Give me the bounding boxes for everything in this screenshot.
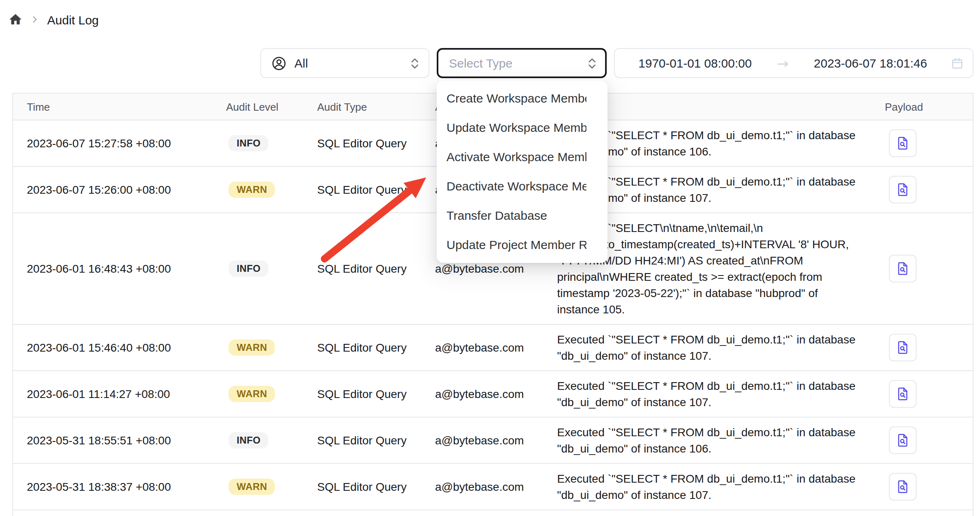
audit-time: 2023-05-31 18:55:51 +08:00 xyxy=(13,434,226,447)
date-range-end[interactable]: 2023-06-07 18:01:46 xyxy=(790,56,951,70)
audit-level-badge: WARN xyxy=(229,479,275,495)
audit-actor: a@bytebase.com xyxy=(435,434,557,447)
audit-level-badge: WARN xyxy=(229,339,275,356)
dropdown-option[interactable]: Update Project Member Role xyxy=(437,230,586,260)
payload-cell xyxy=(874,129,973,157)
audit-level-cell: WARN xyxy=(226,181,317,198)
audit-actor: a@bytebase.com xyxy=(435,387,557,400)
arrow-right-icon: → xyxy=(775,55,791,71)
audit-comment: Executed `"SELECT * FROM db_ui_demo.t1;"… xyxy=(557,464,874,509)
breadcrumb-current: Audit Log xyxy=(47,13,99,26)
dropdown-option[interactable]: Deactivate Workspace Member xyxy=(437,172,586,201)
table-row: 2023-05-31 18:38:37 +08:00 WARN SQL Edit… xyxy=(13,464,973,510)
user-circle-icon xyxy=(271,55,287,71)
view-payload-button[interactable] xyxy=(889,473,917,501)
audit-comment: Executed `"SELECT * FROM db_ui_demo.t1;"… xyxy=(557,325,874,370)
audit-level-badge: INFO xyxy=(229,432,269,448)
audit-type: SQL Editor Query xyxy=(317,434,435,447)
audit-time: 2023-06-01 16:48:43 +08:00 xyxy=(13,262,226,275)
audit-time: 2023-06-07 15:27:58 +08:00 xyxy=(13,137,226,150)
type-filter-select[interactable]: Select Type xyxy=(437,48,607,78)
table-row: 2023-06-01 11:14:27 +08:00 WARN SQL Edit… xyxy=(13,371,973,418)
payload-cell xyxy=(874,176,973,203)
document-search-icon xyxy=(895,135,911,151)
payload-cell xyxy=(874,380,973,408)
audit-level-cell: INFO xyxy=(226,432,317,448)
calendar-icon xyxy=(951,57,964,70)
audit-level-cell: WARN xyxy=(226,386,317,402)
audit-level-badge: WARN xyxy=(229,386,275,402)
audit-level-badge: WARN xyxy=(229,181,275,198)
date-range-picker[interactable]: 1970-01-01 08:00:00 → 2023-06-07 18:01:4… xyxy=(614,48,973,78)
column-header-payload: Payload xyxy=(874,101,973,113)
audit-time: 2023-06-01 15:46:40 +08:00 xyxy=(13,341,226,354)
payload-cell xyxy=(874,255,973,282)
audit-level-cell: WARN xyxy=(226,339,317,356)
document-search-icon xyxy=(895,479,911,495)
view-payload-button[interactable] xyxy=(889,334,917,361)
audit-type: SQL Editor Query xyxy=(317,262,435,275)
view-payload-button[interactable] xyxy=(889,255,917,282)
audit-level-cell: INFO xyxy=(226,260,317,277)
document-search-icon xyxy=(895,432,911,448)
audit-level-badge: INFO xyxy=(229,135,269,151)
audit-type: SQL Editor Query xyxy=(317,480,435,493)
chevron-updown-icon xyxy=(409,57,420,70)
document-search-icon xyxy=(895,181,911,198)
table-row: 2023-05-31 18:55:51 +08:00 INFO SQL Edit… xyxy=(13,418,973,464)
payload-cell xyxy=(874,426,973,454)
date-range-start[interactable]: 1970-01-01 08:00:00 xyxy=(615,56,775,70)
audit-time: 2023-05-31 18:38:37 +08:00 xyxy=(13,480,226,493)
type-dropdown-menu: Create Workspace MemberUpdate Workspace … xyxy=(437,81,608,263)
document-search-icon xyxy=(895,339,911,356)
audit-level-cell: WARN xyxy=(226,479,317,495)
document-search-icon xyxy=(895,260,911,277)
view-payload-button[interactable] xyxy=(889,176,917,203)
audit-time: 2023-06-01 11:14:27 +08:00 xyxy=(13,387,226,400)
dropdown-option[interactable]: Create Workspace Member xyxy=(437,84,586,113)
audit-comment: Executed `"SELECT * FROM db_ui_demo.t1;"… xyxy=(557,371,874,417)
audit-time: 2023-06-07 15:26:00 +08:00 xyxy=(13,183,226,196)
column-header-level: Audit Level xyxy=(226,101,317,113)
view-payload-button[interactable] xyxy=(889,426,917,454)
actor-filter-value: All xyxy=(294,56,402,70)
actor-filter-select[interactable]: All xyxy=(260,48,429,78)
audit-level-badge: INFO xyxy=(229,260,269,277)
view-payload-button[interactable] xyxy=(889,129,917,157)
dropdown-option[interactable]: Activate Workspace Member xyxy=(437,142,586,172)
audit-actor: a@bytebase.com xyxy=(435,480,557,493)
column-header-type: Audit Type xyxy=(317,101,435,113)
audit-actor: a@bytebase.com xyxy=(435,262,557,275)
audit-type: SQL Editor Query xyxy=(317,387,435,400)
audit-log-page: Audit Log All Select Type 1970-01-01 08:… xyxy=(0,0,980,516)
document-search-icon xyxy=(895,386,911,402)
audit-type: SQL Editor Query xyxy=(317,341,435,354)
type-filter-placeholder: Select Type xyxy=(449,56,586,70)
column-header-time: Time xyxy=(13,101,226,113)
chevron-updown-icon xyxy=(586,57,598,70)
audit-type: SQL Editor Query xyxy=(317,137,435,150)
breadcrumb: Audit Log xyxy=(8,9,99,30)
table-row: 2023-06-01 15:46:40 +08:00 WARN SQL Edit… xyxy=(13,325,973,371)
payload-cell xyxy=(874,334,973,361)
audit-comment: Executed `"SELECT * FROM db_ui_demo.t1;"… xyxy=(557,418,874,463)
audit-type: SQL Editor Query xyxy=(317,183,435,196)
chevron-right-icon xyxy=(30,15,40,24)
dropdown-option[interactable]: Transfer Database xyxy=(437,201,586,230)
audit-actor: a@bytebase.com xyxy=(435,341,557,354)
dropdown-option[interactable]: Update Workspace Member xyxy=(437,113,586,142)
view-payload-button[interactable] xyxy=(889,380,917,408)
home-icon[interactable] xyxy=(8,12,23,27)
payload-cell xyxy=(874,473,973,501)
audit-level-cell: INFO xyxy=(226,135,317,151)
